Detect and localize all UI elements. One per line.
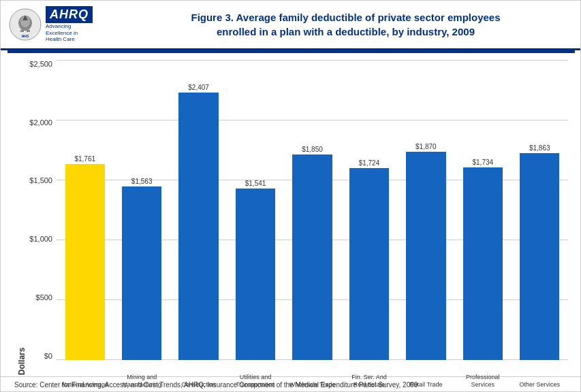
bar-group: $1,863Other Services [512,60,568,360]
svg-rect-5 [20,30,24,32]
bar [520,153,559,360]
bar-label: Utilities and Transportation [232,374,279,389]
bars-area: $1,761National Average$1,563Mining and M… [57,60,568,375]
bar-label: National Average [61,381,109,389]
bar-label: Other Services [516,381,563,389]
header: HHS AHRQ Advancing Excellence in Health … [1,1,581,50]
y-tick: $1,500 [29,176,52,184]
bar-value-label: $1,870 [415,143,437,150]
ahrq-badge: AHRQ [46,6,93,23]
bar [463,167,503,360]
bar-group: $1,761National Average [57,60,113,360]
ahrq-subtitle: Advancing Excellence in Health Care [46,23,78,43]
y-tick: $0 [44,352,52,360]
bar-group: $1,563Mining and Manufacturing [113,60,170,360]
bar-group: $2,407Construction [170,60,227,360]
y-axis: $0$500$1,000$1,500$2,000$2,500 [27,60,57,375]
chart-container: Dollars $0$500$1,000$1,500$2,000$2,500 $… [1,53,581,375]
svg-text:HHS: HHS [22,34,29,38]
bars-and-yaxis: $0$500$1,000$1,500$2,000$2,500 $1,761Nat… [27,60,568,375]
bar [292,154,332,360]
bar-value-label: $1,734 [472,159,493,166]
bar-label: Construction [175,381,223,389]
bar-label: Fin. Ser. And Real Estate [345,374,393,389]
bar-group: $1,541Utilities and Transportation [227,60,283,360]
bars-row: $1,761National Average$1,563Mining and M… [57,60,568,375]
bar-group: $1,724Fin. Ser. And Real Estate [341,60,397,360]
chart-inner: Dollars $0$500$1,000$1,500$2,000$2,500 $… [14,60,568,375]
bar-label: Wholesale Trade [288,381,336,389]
bar [178,93,218,360]
svg-rect-6 [27,30,30,32]
chart-title: Figure 3. Average family deductible of p… [118,10,574,39]
bar-value-label: $1,850 [302,146,323,153]
bar-value-label: $1,863 [529,144,550,152]
bar [406,152,445,360]
hhs-logo: HHS [9,8,42,41]
y-tick: $500 [36,293,52,301]
bar-value-label: $2,407 [188,84,209,91]
bar-value-label: $1,724 [359,159,380,167]
bar-value-label: $1,761 [74,155,95,163]
ahrq-logo: AHRQ Advancing Excellence in Health Care [46,6,93,43]
bar-label: Retail Trade [402,381,450,389]
bar [236,189,275,360]
y-tick: $2,000 [29,118,52,127]
logo-area: HHS AHRQ Advancing Excellence in Health … [9,6,118,43]
page-container: HHS AHRQ Advancing Excellence in Health … [1,1,581,392]
y-axis-label: Dollars [14,60,27,375]
chart-body: $0$500$1,000$1,500$2,000$2,500 $1,761Nat… [27,60,568,375]
bar [65,164,105,360]
bar-label: Mining and Manufacturing [118,374,166,389]
bar-group: $1,870Retail Trade [398,60,454,360]
bar-value-label: $1,541 [245,180,266,187]
bar-value-label: $1,563 [131,178,153,185]
bar-group: $1,734Professional Services [454,60,511,360]
bar-label: Professional Services [459,374,507,389]
bar [122,186,161,360]
bar-group: $1,850Wholesale Trade [284,60,341,360]
bar [349,168,389,360]
y-tick: $1,000 [29,235,52,243]
y-tick: $2,500 [29,60,52,68]
